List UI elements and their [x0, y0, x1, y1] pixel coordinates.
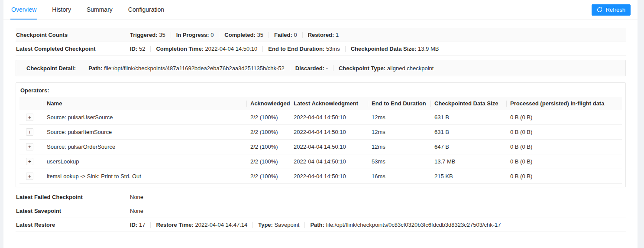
expand-row-button[interactable]: +: [26, 173, 33, 180]
expand-row-button[interactable]: +: [26, 128, 33, 136]
divider: [150, 222, 151, 228]
divider: [150, 46, 151, 52]
expand-row-button[interactable]: +: [26, 158, 33, 165]
desc-label: Latest Restore: [16, 222, 130, 228]
checkpoint-detail-label: Checkpoint Detail:: [26, 65, 76, 72]
tab-history[interactable]: History: [51, 0, 72, 20]
expand-cell: +: [19, 154, 43, 169]
table-row: +Source: pulsarUserSource2/2 (100%)2022-…: [19, 110, 622, 125]
desc-row: Latest Completed CheckpointID: 52Complet…: [16, 42, 626, 56]
table-cell: 2/2 (100%): [247, 125, 290, 140]
table-cell: 2/2 (100%): [247, 140, 290, 154]
desc-label: Checkpoint Counts: [16, 32, 130, 38]
table-cell: 16ms: [368, 169, 431, 184]
table-cell: 647 B: [431, 140, 507, 154]
divider: [304, 222, 305, 228]
expand-cell: +: [19, 169, 43, 184]
divider: [333, 65, 333, 71]
table-cell: Source: pulsarOrderSource: [43, 140, 247, 154]
table-cell: 2022-04-04 14:50:10: [290, 154, 368, 169]
table-cell: 631 B: [431, 110, 507, 125]
operators-header-row: NameAcknowledgedLatest AcknowledgmentEnd…: [19, 97, 622, 110]
key-value: In Progress: 0: [176, 32, 214, 38]
divider: [262, 46, 263, 52]
column-header: Acknowledged: [247, 97, 290, 110]
column-header: Latest Acknowledgment: [290, 97, 368, 110]
tab-configuration[interactable]: Configuration: [127, 0, 165, 20]
operators-box: Operators: NameAcknowledgedLatest Acknow…: [16, 82, 626, 187]
table-cell: Source: pulsarItemSource: [43, 125, 247, 140]
desc-label: Latest Failed Checkpoint: [16, 194, 130, 200]
table-cell: 215 KB: [431, 169, 507, 184]
table-cell: 631 B: [431, 125, 507, 140]
table-cell: 2/2 (100%): [247, 154, 290, 169]
table-cell: 2022-04-04 14:50:10: [290, 125, 368, 140]
table-cell: 2022-04-04 14:50:10: [290, 169, 368, 184]
table-row: +usersLookup2/2 (100%)2022-04-04 14:50:1…: [19, 154, 622, 169]
key-value: Path: file:/opt/flink/checkpoints/0c83cf…: [310, 222, 501, 228]
table-cell: 0 B (0 B): [507, 125, 622, 140]
key-value: Discarded: -: [295, 65, 328, 72]
desc-row: Latest Failed CheckpointNone: [16, 190, 626, 204]
key-value: End to End Duration: 53ms: [268, 46, 340, 52]
table-cell: 0 B (0 B): [507, 169, 622, 184]
operators-table-body: +Source: pulsarUserSource2/2 (100%)2022-…: [19, 110, 622, 184]
table-row: +itemsLookup -> Sink: Print to Std. Out2…: [19, 169, 622, 184]
refresh-button[interactable]: Refresh: [592, 4, 631, 16]
key-value: Restored: 1: [308, 32, 339, 38]
checkpoint-detail-items: Path: file:/opt/flink/checkpoints/487a11…: [88, 65, 434, 72]
expand-cell: +: [19, 140, 43, 154]
key-value: Checkpointed Data Size: 13.9 MB: [351, 46, 439, 52]
desc-value: ID: 17Restore Time: 2022-04-04 14:47:14T…: [130, 222, 501, 228]
key-value: Completed: 35: [224, 32, 263, 38]
desc-row: Checkpoint CountsTriggered: 35In Progres…: [16, 28, 626, 42]
expand-cell: +: [19, 125, 43, 140]
key-value: Failed: 0: [274, 32, 297, 38]
divider: [290, 65, 290, 71]
table-cell: 12ms: [368, 110, 431, 125]
table-cell: 0 B (0 B): [507, 154, 622, 169]
divider: [269, 32, 269, 38]
table-cell: 13.7 MB: [431, 154, 507, 169]
divider: [219, 32, 219, 38]
key-value: ID: 17: [130, 222, 145, 228]
table-cell: 2022-04-04 14:50:10: [290, 140, 368, 154]
table-cell: 2/2 (100%): [247, 169, 290, 184]
overview-content: Checkpoint CountsTriggered: 35In Progres…: [3, 20, 638, 232]
divider: [171, 32, 171, 38]
expand-row-button[interactable]: +: [26, 143, 33, 150]
column-header: Processed (persisted) in-flight data: [507, 97, 622, 110]
desc-row: Latest RestoreID: 17Restore Time: 2022-0…: [16, 218, 626, 232]
tab-summary[interactable]: Summary: [86, 0, 113, 20]
key-value: Triggered: 35: [130, 32, 165, 38]
expand-row-button[interactable]: +: [26, 114, 33, 121]
overview-rows: Checkpoint CountsTriggered: 35In Progres…: [16, 28, 626, 56]
expand-cell: +: [19, 110, 43, 125]
operators-title: Operators:: [19, 86, 622, 97]
desc-value: Triggered: 35In Progress: 0Completed: 35…: [130, 32, 339, 38]
divider: [345, 46, 346, 52]
column-header: End to End Duration: [368, 97, 431, 110]
table-cell: usersLookup: [43, 154, 247, 169]
table-cell: 2/2 (100%): [247, 110, 290, 125]
key-value: Checkpoint Type: aligned checkpoint: [339, 65, 434, 72]
operators-table: NameAcknowledgedLatest AcknowledgmentEnd…: [19, 97, 622, 184]
divider: [252, 222, 253, 228]
key-value: None: [130, 194, 143, 200]
table-cell: itemsLookup -> Sink: Print to Std. Out: [43, 169, 247, 184]
desc-label: Latest Savepoint: [16, 208, 130, 214]
desc-label: Latest Completed Checkpoint: [16, 46, 130, 52]
desc-row: Latest SavepointNone: [16, 204, 626, 218]
divider: [302, 32, 303, 38]
desc-value: ID: 52Completion Time: 2022-04-04 14:50:…: [130, 46, 439, 52]
desc-value: None: [130, 208, 143, 214]
tab-bar: OverviewHistorySummaryConfiguration Refr…: [3, 0, 638, 20]
key-value: Path: file:/opt/flink/checkpoints/487a11…: [88, 65, 285, 72]
footer-rows: Latest Failed CheckpointNoneLatest Savep…: [16, 190, 626, 232]
table-cell: 12ms: [368, 140, 431, 154]
table-row: +Source: pulsarItemSource2/2 (100%)2022-…: [19, 125, 622, 140]
tab-overview[interactable]: Overview: [10, 0, 37, 20]
column-header: Name: [43, 97, 247, 110]
key-value: Type: Savepoint: [258, 222, 299, 228]
table-cell: 0 B (0 B): [507, 110, 622, 125]
